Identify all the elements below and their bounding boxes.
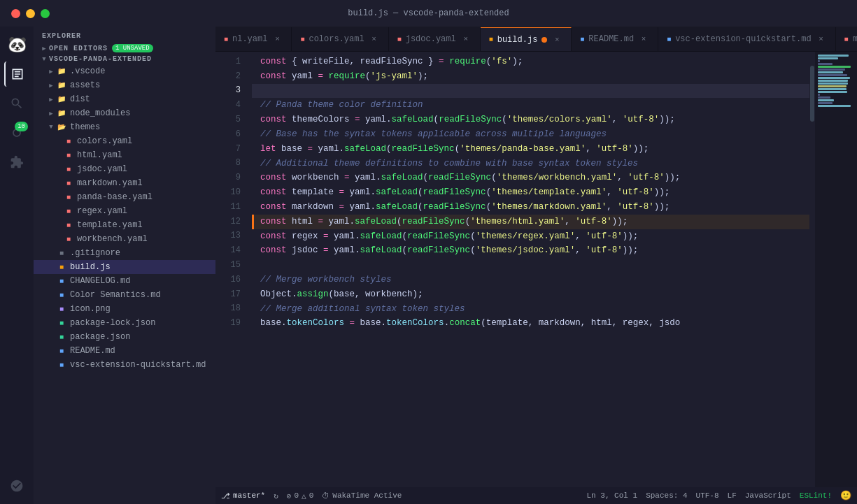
folder-vscode-label: .vscode (70, 66, 105, 76)
activity-explorer[interactable] (4, 62, 29, 87)
tab-close-icon[interactable]: × (638, 34, 649, 45)
tab-close-icon[interactable]: × (271, 34, 283, 45)
mini-line (818, 71, 843, 73)
spaces[interactable]: Spaces: 4 (646, 491, 687, 500)
line-num-4: 4 (215, 98, 246, 113)
branch-name: master* (233, 491, 265, 500)
code-line-19: base.tokenColors = base.tokenColors.conc… (252, 316, 809, 331)
tab-vsc-quickstart[interactable]: ■ vsc-extension-quickstart.md × (658, 27, 835, 51)
line-num-15: 15 (215, 258, 246, 273)
tab-close-icon[interactable]: × (369, 34, 380, 45)
tab-build-js[interactable]: ■ build.js × (481, 27, 572, 51)
code-content[interactable]: const { writeFile, readFileSync } = requ… (252, 52, 809, 487)
file-color-semantics[interactable]: ■ Color Semantics.md (34, 288, 215, 302)
folder-icon: 📁 (56, 94, 67, 105)
file-vsc-quickstart[interactable]: ■ vsc-extension-quickstart.md (34, 358, 215, 372)
activity-search[interactable] (4, 91, 29, 116)
file-changelog-md[interactable]: ■ CHANGELOG.md (34, 274, 215, 288)
mini-line (818, 102, 833, 104)
folder-node-modules[interactable]: ▶ 📁 node_modules (34, 106, 215, 120)
file-colors-yaml[interactable]: ■ colors.yaml (34, 134, 215, 148)
code-line-13: const regex = yaml.safeLoad(readFileSync… (252, 229, 809, 244)
folder-themes[interactable]: ▼ 📂 themes (34, 120, 215, 134)
tab-close-icon[interactable]: × (460, 34, 472, 45)
line-num-16: 16 (215, 273, 246, 287)
chevron-right-icon: ▶ (46, 110, 56, 117)
modified-dot (541, 37, 547, 43)
tab-nl-yaml[interactable]: ■ nl.yaml × (215, 27, 292, 51)
file-markdown-yaml[interactable]: ■ markdown.yaml (34, 176, 215, 190)
minimize-button[interactable] (26, 9, 35, 18)
file-gitignore[interactable]: ■ .gitignore (34, 246, 215, 260)
feedback-icon[interactable]: 🙂 (840, 490, 851, 501)
sidebar: EXPLORER ▶ OPEN EDITORS 1 UNSAVED ▼ VSCO… (34, 27, 215, 504)
folder-dist[interactable]: ▶ 📁 dist (34, 92, 215, 106)
encoding[interactable]: UTF-8 (696, 491, 719, 500)
tab-close-icon[interactable]: × (551, 34, 562, 45)
tab-jsdoc-yaml[interactable]: ■ jsdoc.yaml × (389, 27, 481, 51)
sync-icon[interactable]: ↻ (274, 491, 278, 501)
tab-readme[interactable]: ■ README.md × (572, 27, 658, 51)
wakatime-status[interactable]: ⏱ WakaTime Active (322, 491, 402, 501)
project-root-toggle[interactable]: ▼ VSCODE-PANDA-EXTENDED (34, 54, 215, 64)
file-jsdoc-yaml[interactable]: ■ jsdoc.yaml (34, 162, 215, 176)
main-container: 🐼 10 EXPLORER (0, 27, 857, 504)
file-panda-base-yaml[interactable]: ■ panda-base.yaml (34, 190, 215, 204)
error-count[interactable]: ⊘ 0 △ 0 (287, 491, 313, 501)
yaml-icon: ■ (63, 192, 74, 203)
maximize-button[interactable] (41, 9, 50, 18)
window-title: build.js — vscode-panda-extended (348, 8, 509, 18)
activity-settings[interactable] (4, 473, 29, 498)
git-branch[interactable]: ⎇ master* (221, 491, 265, 501)
file-icon-png[interactable]: ■ icon.png (34, 302, 215, 316)
error-num: 0 (294, 491, 299, 500)
activity-bar: 🐼 10 (0, 27, 34, 504)
line-num-11: 11 (215, 200, 246, 215)
line-ending[interactable]: LF (728, 491, 737, 500)
file-package-json[interactable]: ■ package.json (34, 330, 215, 344)
md-icon: ■ (56, 275, 67, 287)
tab-markdown-yaml[interactable]: ■ markdown.yaml × (836, 27, 857, 51)
folder-assets[interactable]: ▶ 📁 assets (34, 78, 215, 92)
code-line-11: const markdown = yaml.safeLoad(readFileS… (252, 200, 809, 215)
open-editors-toggle[interactable]: ▶ OPEN EDITORS 1 UNSAVED (34, 43, 215, 54)
activity-panda[interactable]: 🐼 (4, 32, 29, 57)
tab-close-icon[interactable]: × (816, 34, 827, 45)
line-num-5: 5 (215, 113, 246, 127)
language-mode[interactable]: JavaScript (745, 491, 791, 500)
line-num-10: 10 (215, 185, 246, 200)
mini-line (818, 74, 847, 76)
activity-extensions[interactable] (4, 150, 29, 175)
git-branch-icon: ⎇ (221, 491, 230, 501)
sync-icon: ↻ (274, 491, 278, 501)
tab-colors-yaml[interactable]: ■ colors.yaml × (292, 27, 388, 51)
activity-source-control[interactable]: 10 (4, 120, 29, 145)
file-regex-yaml[interactable]: ■ regex.yaml (34, 204, 215, 218)
file-readme[interactable]: ■ README.md (34, 344, 215, 358)
folder-vscode[interactable]: ▶ 📁 .vscode (34, 64, 215, 78)
file-template-yaml[interactable]: ■ template.yaml (34, 218, 215, 232)
unsaved-badge: 1 UNSAVED (112, 44, 153, 52)
mini-line (818, 88, 847, 90)
file-workbench-yaml[interactable]: ■ workbench.yaml (34, 232, 215, 246)
close-button[interactable] (11, 9, 20, 18)
file-html-yaml[interactable]: ■ html.yaml (34, 148, 215, 162)
mini-line (818, 85, 847, 87)
file-package-lock[interactable]: ■ package-lock.json (34, 316, 215, 330)
file-build-js[interactable]: ■ build.js (34, 260, 215, 274)
line-num-8: 8 (215, 157, 246, 171)
yaml-icon: ■ (63, 136, 74, 147)
eslint-status[interactable]: ESLint! (800, 491, 832, 500)
folder-dist-label: dist (70, 94, 90, 104)
scrollbar-thumb[interactable] (810, 66, 814, 122)
cursor-position[interactable]: Ln 3, Col 1 (587, 491, 638, 500)
code-line-4: // Panda theme color definition (252, 98, 809, 113)
line-num-19: 19 (215, 316, 246, 331)
gitignore-icon: ■ (56, 247, 67, 259)
line-num-14: 14 (215, 243, 246, 258)
scrollbar[interactable] (809, 52, 815, 487)
js-icon: ■ (56, 261, 67, 273)
status-bar: ⎇ master* ↻ ⊘ 0 △ 0 ⏱ WakaTime Active (215, 487, 857, 504)
tab-markdown-yaml-label: markdown.yaml (853, 34, 857, 44)
tab-nl-yaml-label: nl.yaml (232, 34, 267, 44)
